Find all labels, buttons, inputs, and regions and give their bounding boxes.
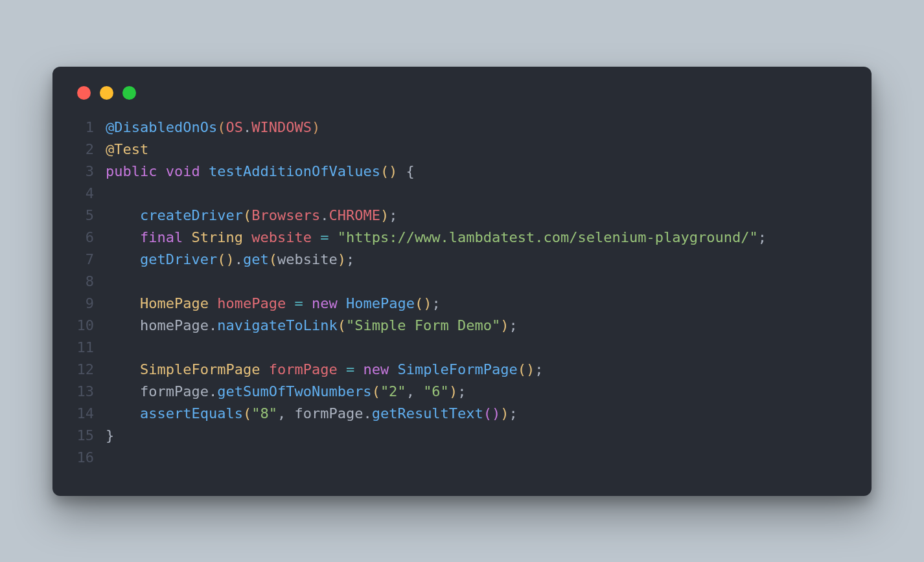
code-line[interactable]: final String website = "https://www.lamb… [106, 227, 767, 249]
code-token [303, 295, 312, 311]
code-token: = [346, 361, 354, 377]
code-line[interactable] [106, 183, 767, 205]
code-token: "2" [380, 383, 406, 399]
close-icon[interactable] [77, 86, 91, 100]
line-number: 10 [76, 315, 94, 337]
code-token [243, 229, 251, 245]
code-token: website [251, 229, 312, 245]
code-line[interactable]: getDriver().get(website); [106, 249, 767, 271]
line-number: 2 [76, 139, 94, 161]
code-token: . [209, 317, 217, 333]
line-number: 12 [76, 359, 94, 381]
code-token: ) [500, 405, 509, 422]
code-line[interactable] [106, 447, 767, 469]
line-number-gutter: 12345678910111213141516 [76, 117, 106, 469]
code-window: 12345678910111213141516 @DisabledOnOs(OS… [52, 67, 872, 496]
code-token: ( [243, 405, 251, 422]
code-token: new [363, 361, 389, 377]
code-token: . [243, 119, 251, 135]
code-token: "8" [251, 405, 277, 422]
code-token: get [243, 251, 269, 267]
code-line[interactable]: formPage.getSumOfTwoNumbers("2", "6"); [106, 381, 767, 403]
code-token: = [294, 295, 303, 311]
code-line[interactable]: @DisabledOnOs(OS.WINDOWS) [106, 117, 767, 139]
code-token: assertEquals [140, 405, 243, 422]
code-token [338, 295, 346, 311]
code-token: ( [243, 207, 251, 223]
code-token: homePage [217, 295, 286, 311]
code-token: HomePage [346, 295, 415, 311]
code-token: String [191, 229, 242, 245]
code-token: new [312, 295, 338, 311]
code-token: HomePage [140, 295, 209, 311]
code-token [106, 229, 140, 245]
code-token [106, 317, 140, 333]
code-token: . [235, 251, 243, 267]
code-line[interactable]: } [106, 425, 767, 447]
code-token: ; [758, 229, 767, 245]
code-token: "https://www.lambdatest.com/selenium-pla… [338, 229, 758, 245]
code-token: SimpleFormPage [397, 361, 517, 377]
code-token: ; [509, 405, 518, 422]
code-token: () [483, 405, 501, 422]
code-token: ) [380, 207, 389, 223]
code-token [106, 251, 140, 267]
code-token: "Simple Form Demo" [346, 317, 500, 333]
code-token [209, 295, 217, 311]
code-content[interactable]: @DisabledOnOs(OS.WINDOWS)@Testpublic voi… [106, 117, 767, 469]
code-token: final [140, 229, 183, 245]
code-token: ; [535, 361, 543, 377]
code-line[interactable]: assertEquals("8", formPage.getResultText… [106, 403, 767, 425]
code-token: ; [509, 317, 518, 333]
code-token: @DisabledOnOs [106, 119, 217, 135]
code-token: testAdditionOfValues [209, 163, 380, 179]
line-number: 4 [76, 183, 94, 205]
code-token: ( [372, 383, 380, 399]
code-token [389, 361, 397, 377]
code-line[interactable]: HomePage homePage = new HomePage(); [106, 293, 767, 315]
code-token: formPage [294, 405, 363, 422]
code-token: WINDOWS [251, 119, 312, 135]
code-token: Browsers [251, 207, 320, 223]
code-area[interactable]: 12345678910111213141516 @DisabledOnOs(OS… [76, 117, 848, 469]
code-token [157, 163, 165, 179]
code-token [183, 229, 191, 245]
line-number: 5 [76, 205, 94, 227]
code-token: ; [389, 207, 397, 223]
code-token: SimpleFormPage [140, 361, 260, 377]
line-number: 7 [76, 249, 94, 271]
code-line[interactable] [106, 337, 767, 359]
code-line[interactable]: public void testAdditionOfValues() { [106, 161, 767, 183]
code-token: . [363, 405, 371, 422]
line-number: 13 [76, 381, 94, 403]
code-token: } [106, 427, 114, 444]
code-token: formPage [140, 383, 209, 399]
code-token [338, 361, 346, 377]
code-line[interactable]: SimpleFormPage formPage = new SimpleForm… [106, 359, 767, 381]
code-token: () [518, 361, 535, 377]
code-token: () [415, 295, 432, 311]
line-number: 16 [76, 447, 94, 469]
code-token: . [209, 383, 217, 399]
code-token [106, 361, 140, 377]
line-number: 9 [76, 293, 94, 315]
minimize-icon[interactable] [100, 86, 113, 100]
code-token: website [277, 251, 338, 267]
code-token: navigateToLink [217, 317, 337, 333]
code-line[interactable] [106, 271, 767, 293]
code-token [312, 229, 320, 245]
code-token: () [217, 251, 235, 267]
code-token: ( [269, 251, 277, 267]
line-number: 1 [76, 117, 94, 139]
code-token: . [320, 207, 329, 223]
code-token: ) [449, 383, 457, 399]
code-line[interactable]: homePage.navigateToLink("Simple Form Dem… [106, 315, 767, 337]
code-token: () [380, 163, 398, 179]
code-token [106, 405, 140, 422]
code-token: void [166, 163, 200, 179]
code-token [354, 361, 363, 377]
zoom-icon[interactable] [122, 86, 136, 100]
code-token [106, 383, 140, 399]
code-line[interactable]: @Test [106, 139, 767, 161]
code-line[interactable]: createDriver(Browsers.CHROME); [106, 205, 767, 227]
